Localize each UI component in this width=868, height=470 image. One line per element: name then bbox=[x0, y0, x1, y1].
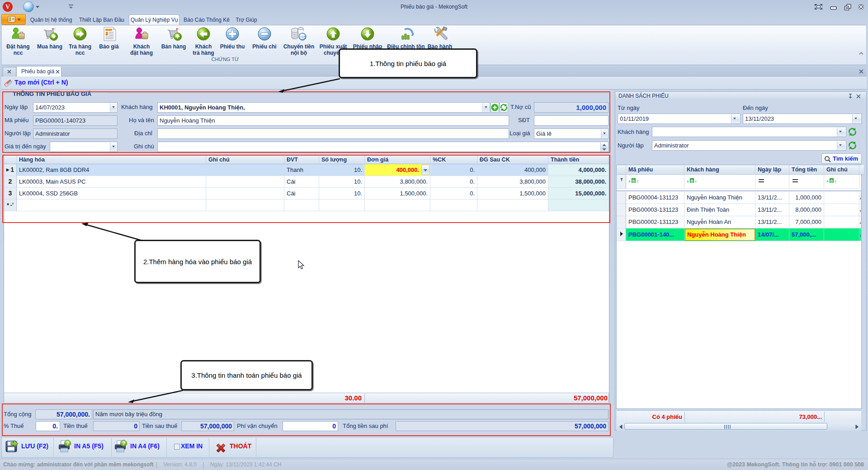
svg-text:a: a bbox=[628, 179, 631, 183]
svg-text:c: c bbox=[695, 179, 697, 183]
svg-text:B: B bbox=[690, 179, 693, 183]
svg-text:B: B bbox=[632, 179, 635, 183]
svg-text:c: c bbox=[835, 179, 836, 183]
svg-text:c: c bbox=[637, 179, 638, 183]
svg-text:B: B bbox=[830, 179, 833, 183]
svg-text:?: ? bbox=[122, 441, 125, 446]
svg-text:a: a bbox=[826, 179, 829, 183]
svg-text:?: ? bbox=[66, 441, 69, 446]
svg-text:a: a bbox=[687, 179, 689, 183]
